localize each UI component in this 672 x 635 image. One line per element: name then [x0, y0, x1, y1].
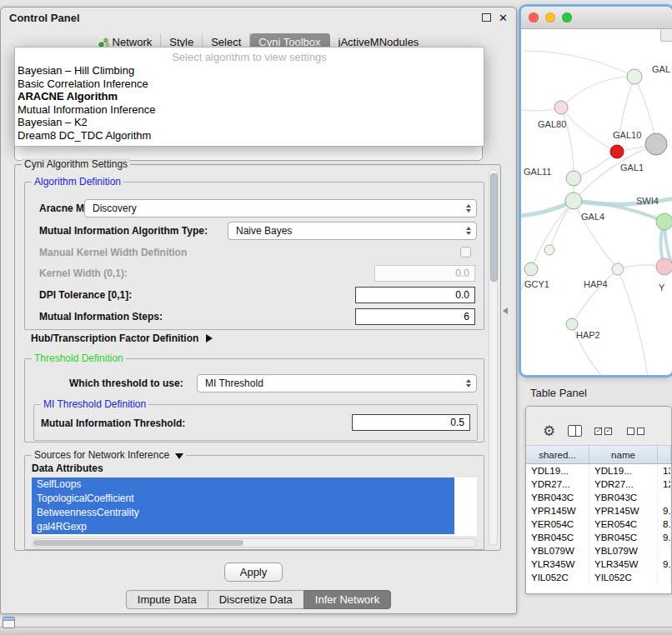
- table-column-header[interactable]: [658, 446, 671, 463]
- scrollbar-thumb[interactable]: [33, 540, 243, 546]
- column-layout-icon[interactable]: [568, 425, 582, 437]
- settings-vertical-scrollbar[interactable]: [489, 169, 498, 546]
- aracne-mode-combo[interactable]: Discovery: [84, 199, 477, 218]
- network-edge: [618, 269, 648, 375]
- table-row[interactable]: YDR27...YDR27...12: [526, 478, 671, 491]
- control-panel-window: Control Panel ✕ NetworkStyleSelectCyni T…: [0, 7, 517, 614]
- algorithm-menu-item[interactable]: Dream8 DC_TDC Algorithm: [15, 129, 484, 142]
- network-node[interactable]: [554, 101, 568, 114]
- table-cell: YER054C: [526, 518, 589, 531]
- network-node[interactable]: [645, 133, 667, 155]
- tab-discretize-data[interactable]: Discretize Data: [208, 590, 304, 609]
- select-all-columns-icon[interactable]: [594, 428, 614, 435]
- mi-threshold-field[interactable]: 0.5: [352, 414, 470, 431]
- network-node[interactable]: [610, 145, 624, 158]
- table-row[interactable]: YBR043CYBR043C: [526, 491, 671, 504]
- attributes-horizontal-scrollbar[interactable]: [32, 538, 477, 548]
- dpi-tolerance-field[interactable]: 0.0: [355, 287, 475, 303]
- hub-tf-section-toggle[interactable]: Hub/Transcription Factor Definition: [31, 332, 213, 344]
- panel-splitter-arrow[interactable]: [503, 308, 508, 314]
- attribute-list-item[interactable]: gal4RGexp: [32, 520, 454, 534]
- algorithm-menu-item[interactable]: ARACNE Algorithm: [15, 90, 484, 103]
- table-row[interactable]: YER054CYER054C8.: [526, 518, 671, 531]
- attribute-list-item[interactable]: TopologicalCoefficient: [32, 492, 454, 506]
- network-node[interactable]: [544, 245, 554, 255]
- table-cell: YLR345W: [589, 558, 658, 571]
- table-row[interactable]: YBR045CYBR045C9.: [526, 531, 671, 544]
- network-node[interactable]: [524, 262, 538, 276]
- mi-type-combo[interactable]: Naive Bayes: [228, 222, 477, 240]
- network-node-label: SWI4: [636, 196, 659, 206]
- clear-columns-icon[interactable]: [627, 428, 647, 435]
- network-edge: [561, 108, 617, 152]
- mi-steps-field[interactable]: 6: [355, 308, 475, 325]
- table-row[interactable]: YBL079WYBL079W: [526, 544, 671, 558]
- table-row[interactable]: YIL052CYIL052C: [526, 571, 671, 584]
- combo-stepper-icon: [466, 227, 471, 235]
- network-node-label: GAL11: [524, 167, 551, 177]
- kernel-width-value: 0.0: [455, 268, 469, 279]
- algorithm-menu-item[interactable]: Mutual Information Inference: [15, 103, 484, 117]
- which-threshold-combo[interactable]: MI Threshold: [197, 374, 477, 392]
- network-node-label: HAP2: [576, 330, 600, 340]
- network-edge: [521, 269, 531, 317]
- tab-infer-network[interactable]: Infer Network: [303, 590, 391, 609]
- network-node[interactable]: [565, 192, 582, 209]
- table-cell: YIL052C: [526, 571, 589, 584]
- table-row[interactable]: YDL19...YDL19...13: [526, 464, 671, 478]
- table-cell: YIL052C: [589, 571, 658, 584]
- apply-button[interactable]: Apply: [224, 562, 283, 582]
- mi-type-label: Mutual Information Algorithm Type:: [39, 225, 208, 237]
- algorithm-menu-item[interactable]: Bayesian – Hill Climbing: [15, 64, 484, 78]
- settings-gear-icon[interactable]: ⚙: [543, 424, 555, 438]
- table-panel-heading: Table Panel: [530, 387, 587, 399]
- scrollbar-thumb[interactable]: [490, 173, 498, 282]
- table-cell: YBL079W: [526, 544, 589, 558]
- table-cell: [658, 571, 671, 584]
- aracne-mode-value: Discovery: [93, 202, 137, 214]
- algorithm-menu-item[interactable]: Bayesian – K2: [15, 116, 484, 129]
- data-attributes-list[interactable]: SelfLoopsTopologicalCoefficientBetweenne…: [32, 478, 477, 536]
- algorithm-menu-item[interactable]: Basic Correlation Inference: [15, 78, 484, 91]
- sources-group: Sources for Network Inference Data Attri…: [24, 455, 484, 550]
- attribute-list-item[interactable]: SelfLoops: [32, 478, 454, 492]
- sources-legend[interactable]: Sources for Network Inference: [32, 449, 186, 461]
- close-icon[interactable]: ✕: [499, 12, 508, 23]
- zoom-traffic-light-icon[interactable]: [562, 12, 572, 22]
- table-body: YDL19...YDL19...13YDR27...YDR27...12YBR0…: [526, 464, 671, 594]
- attribute-list-item[interactable]: BetweennessCentrality: [32, 506, 454, 520]
- which-threshold-value: MI Threshold: [205, 378, 263, 389]
- network-node[interactable]: [612, 263, 624, 275]
- close-traffic-light-icon[interactable]: [529, 12, 539, 22]
- float-window-icon[interactable]: [482, 13, 491, 22]
- float-panel-icon[interactable]: [3, 617, 15, 628]
- table-row[interactable]: YPR145WYPR145W9.: [526, 504, 671, 518]
- table-column-header[interactable]: name: [589, 446, 658, 463]
- tab-impute-data[interactable]: Impute Data: [126, 590, 208, 609]
- sources-legend-label: Sources for Network Inference: [34, 449, 169, 461]
- network-node[interactable]: [566, 318, 578, 330]
- table-row[interactable]: YLR345WYLR345W9.: [526, 558, 671, 571]
- network-node[interactable]: [627, 69, 642, 84]
- control-panel-titlebar[interactable]: Control Panel ✕: [1, 8, 516, 28]
- hub-tf-label: Hub/Transcription Factor Definition: [31, 332, 198, 344]
- manual-kernel-checkbox[interactable]: [460, 247, 471, 258]
- network-node[interactable]: [566, 171, 581, 186]
- network-view[interactable]: GAL80GALGAL10GAL11GAL4GCY1HAP4YHAP2GAL1S…: [521, 29, 672, 375]
- network-node[interactable]: [656, 213, 672, 230]
- table-cell: YDR27...: [526, 478, 589, 491]
- mi-threshold-legend: MI Threshold Definition: [41, 398, 148, 410]
- network-node[interactable]: [656, 258, 672, 275]
- minimize-traffic-light-icon[interactable]: [545, 12, 555, 22]
- table-cell: YDR27...: [589, 478, 658, 491]
- network-window-titlebar[interactable]: [521, 7, 672, 29]
- kernel-width-field[interactable]: 0.0: [374, 265, 475, 282]
- table-cell: 9.: [658, 558, 671, 571]
- dpi-tolerance-value: 0.0: [455, 289, 469, 301]
- network-edge: [572, 269, 618, 324]
- table-cell: YBR045C: [526, 531, 589, 544]
- table-column-header[interactable]: shared...: [526, 446, 589, 463]
- mi-threshold-label: Mutual Information Threshold:: [41, 418, 185, 429]
- mi-type-value: Naive Bayes: [236, 225, 292, 237]
- table-cell: 9.: [658, 531, 671, 544]
